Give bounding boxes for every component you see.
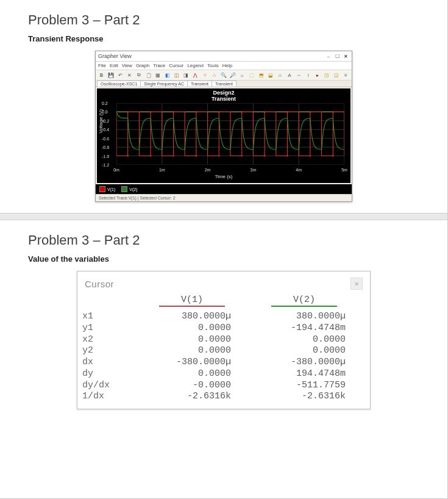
svg-point-22 — [196, 155, 197, 156]
tool-zoomin-icon[interactable]: 🔍 — [219, 71, 227, 79]
tool-save-icon[interactable]: 💾 — [107, 71, 115, 79]
x-tick: 2m — [205, 168, 211, 172]
svg-point-27 — [264, 111, 265, 112]
tool-more-icon[interactable]: ≡ — [342, 71, 350, 79]
y-tick: -0.4 — [102, 127, 109, 132]
cursor-row-v1: -2.6316k — [131, 391, 246, 403]
cursor-row-label: dy/dx — [82, 380, 131, 392]
tool-cut-icon[interactable]: ✕ — [126, 71, 133, 79]
tool-db1-icon[interactable]: ◳ — [323, 71, 331, 79]
tool-measure-icon[interactable]: ↔ — [295, 71, 303, 79]
menu-graph[interactable]: Graph — [136, 63, 149, 68]
cursor-col-v2: V(2) — [248, 292, 360, 311]
status-text: Selected Trace:V(1) | Selected Cursor: 2 — [99, 196, 176, 200]
legend-swatch-green — [121, 186, 127, 192]
tab-single-freq[interactable]: Single Frequency AC — [140, 81, 188, 87]
tool-legend-icon[interactable]: ◫ — [172, 71, 180, 79]
tool-export3-icon[interactable]: ⬓ — [266, 71, 274, 79]
cursor-close-icon[interactable]: ✕ — [350, 278, 363, 290]
cursor-col-v1-label: V(1) — [181, 295, 203, 305]
minimize-icon[interactable]: – — [325, 52, 332, 60]
cursor-col-v1-rule — [159, 306, 225, 307]
y-tick: -1.0 — [102, 154, 109, 158]
tool-grid-icon[interactable]: ▦ — [154, 71, 162, 79]
tool-cursor1-icon[interactable]: ⋀ — [191, 71, 199, 79]
window-titlebar: Grapher View – ☐ ✕ — [96, 51, 352, 62]
menu-tools[interactable]: Tools — [207, 63, 219, 68]
menu-trace[interactable]: Trace — [153, 63, 165, 68]
tool-export2-icon[interactable]: ⬒ — [257, 71, 265, 79]
tool-text-icon[interactable]: A — [285, 71, 293, 79]
svg-point-19 — [172, 111, 174, 112]
tool-paste-icon[interactable]: 📋 — [144, 71, 152, 79]
tool-cursor3-icon[interactable]: ∴ — [210, 71, 218, 79]
tool-open-icon[interactable]: 🗎 — [98, 71, 105, 79]
tool-props-icon[interactable]: ◧ — [163, 71, 171, 79]
tool-bw-icon[interactable]: ◨ — [182, 71, 190, 79]
slide-separator — [0, 213, 447, 220]
maximize-icon[interactable]: ☐ — [333, 52, 341, 60]
cursor-row-v2: 380.0000µ — [246, 311, 360, 323]
cursor-row-v1: 0.0000 — [131, 345, 246, 357]
y-tick: -0.6 — [102, 136, 109, 140]
menu-file[interactable]: File — [98, 63, 106, 68]
legend-row: V(1) V(2) — [96, 184, 352, 194]
slide2-subtitle: Value of the variables — [28, 254, 419, 264]
y-tick: -0.2 — [102, 118, 109, 123]
legend-v2[interactable]: V(2) — [121, 186, 137, 192]
tab-transient-2[interactable]: Transient — [212, 81, 236, 87]
tool-zoombox-icon[interactable]: ⌕ — [238, 71, 246, 79]
cursor-row-label: y2 — [82, 345, 131, 357]
plot-title: Design2 — [213, 90, 234, 96]
slide2-title: Problem 3 – Part 2 — [28, 232, 419, 248]
tool-export1-icon[interactable]: ⬚ — [248, 71, 256, 79]
x-tick: 4m — [296, 168, 302, 172]
tool-ruler-icon[interactable]: ↕ — [304, 71, 312, 79]
svg-point-21 — [196, 111, 197, 112]
svg-point-20 — [172, 155, 174, 156]
svg-point-18 — [150, 155, 151, 156]
tool-zoomout-icon[interactable]: 🔎 — [229, 71, 237, 79]
cursor-row-v2: 0.0000 — [246, 334, 360, 346]
menu-help[interactable]: Help — [222, 63, 232, 68]
status-bar: Selected Trace:V(1) | Selected Cursor: 2 — [96, 194, 352, 201]
cursor-row-v2: 194.4748m — [246, 368, 360, 380]
slide1-subtitle: Transient Response — [28, 34, 419, 43]
cursor-col-v1: V(1) — [136, 292, 248, 311]
svg-point-33 — [332, 111, 333, 112]
axes-region: 0.20.0-0.2-0.4-0.6-0.8-1.0-1.20m1m2m3m4m… — [116, 103, 344, 165]
plot-svg — [116, 103, 344, 165]
tool-home-icon[interactable]: ⌂ — [276, 71, 284, 79]
legend-v1[interactable]: V(1) — [99, 186, 115, 192]
cursor-panel: Cursor ✕ V(1) V(2) x1380.0000µ380.0000µy… — [77, 271, 371, 409]
slide-2: Problem 3 – Part 2 Value of the variable… — [0, 220, 447, 420]
svg-point-30 — [286, 155, 288, 156]
menu-view[interactable]: View — [122, 63, 132, 68]
cursor-col-v2-label: V(2) — [293, 295, 315, 305]
legend-swatch-red — [99, 186, 105, 192]
x-axis-label: Time (s) — [215, 174, 232, 179]
tab-oscilloscope[interactable]: Oscilloscope-XSC1 — [97, 81, 141, 87]
tool-db2-icon[interactable]: ◲ — [332, 71, 340, 79]
cursor-row-v1: 0.0000 — [131, 368, 246, 380]
menu-edit[interactable]: Edit — [110, 63, 118, 68]
tab-transient-1[interactable]: Transient — [187, 81, 212, 87]
cursor-row-v1: -380.0000µ — [131, 357, 246, 368]
plot-area[interactable]: Design2 Transient Voltage (V) Time (s) 0… — [97, 88, 350, 183]
close-icon[interactable]: ✕ — [342, 52, 349, 60]
y-tick: -1.2 — [102, 163, 109, 167]
tool-cursor2-icon[interactable]: ⁘ — [201, 71, 208, 79]
x-tick: 3m — [251, 168, 257, 172]
svg-point-31 — [310, 111, 311, 112]
svg-point-28 — [264, 155, 265, 156]
menu-cursor[interactable]: Cursor — [169, 63, 183, 68]
legend-v2-label: V(2) — [129, 187, 137, 192]
cursor-row-label: dy — [82, 368, 131, 380]
menubar: File Edit View Graph Trace Cursor Legend… — [96, 62, 352, 70]
tool-pointer-icon[interactable]: ▸ — [313, 71, 321, 79]
svg-point-32 — [310, 155, 311, 156]
cursor-row-v1: -0.0000 — [131, 380, 246, 392]
menu-legend[interactable]: Legend — [187, 63, 204, 68]
tool-undo-icon[interactable]: ↶ — [116, 71, 124, 79]
tool-copy-icon[interactable]: ⧉ — [135, 71, 143, 79]
